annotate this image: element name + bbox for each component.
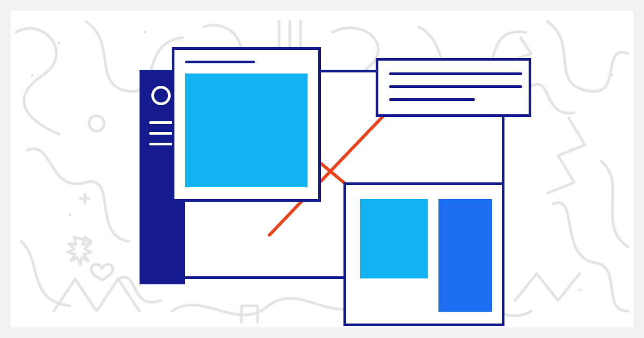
text-line xyxy=(389,98,475,101)
popup-columns-card xyxy=(343,182,504,326)
canvas-frame xyxy=(11,11,633,327)
sidebar-menu-line xyxy=(149,132,173,135)
popup-image-card xyxy=(172,47,321,202)
sidebar-menu-line xyxy=(149,121,173,124)
column-block-b xyxy=(438,199,492,312)
popup-text-card xyxy=(376,58,531,117)
column-block-a xyxy=(360,199,428,278)
sidebar-menu-line xyxy=(149,143,173,145)
illustration-stage xyxy=(11,11,633,327)
text-line xyxy=(389,85,522,88)
header-line xyxy=(185,61,255,63)
text-line xyxy=(389,72,522,75)
image-block xyxy=(185,74,308,187)
sidebar-circle-icon xyxy=(151,86,171,105)
